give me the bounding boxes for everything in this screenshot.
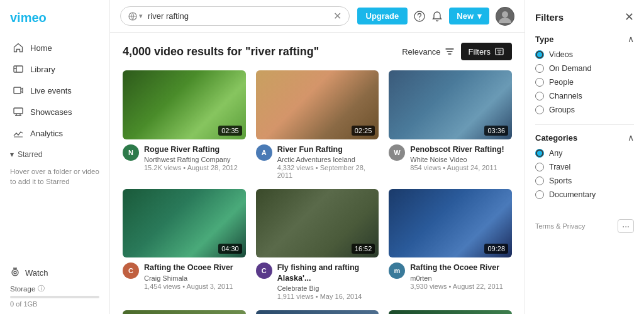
video-card[interactable]: 16:52 C Fly fishing and rafting Alaska'.… [256,189,379,300]
video-title: Rafting the Ocoee River [144,263,246,273]
filter-radio[interactable] [535,176,544,185]
more-options-button[interactable]: ··· [618,219,634,233]
filter-radio[interactable] [535,149,544,158]
sidebar-item-label: Analytics [30,129,63,138]
video-title: Rogue River Rafting [144,144,246,154]
sidebar: vimeo Home Library Live events [0,0,110,314]
filter-radio[interactable] [535,190,544,199]
video-thumbnail: 03:36 [389,70,512,139]
sidebar-bottom: Watch Storage ⓘ 0 of 1GB [0,256,109,314]
filter-category-documentary[interactable]: Documentary [535,190,634,199]
filter-label: People [549,78,574,87]
filter-type-on-demand[interactable]: On Demand [535,64,634,73]
filter-type-videos[interactable]: Videos [535,50,634,59]
video-title: Fly fishing and rafting Alaska'... [277,263,379,283]
video-info: N Rogue River Rafting Northwest Rafting … [123,144,246,171]
user-avatar[interactable] [496,7,514,26]
type-section-header: Type ∧ [535,34,634,44]
categories-section-header: Categories ∧ [535,133,634,143]
video-stats: 1,454 views • August 3, 2011 [144,283,246,290]
video-meta: Rafting the Ocoee River m0rten 3,930 vie… [410,263,512,290]
svg-point-5 [14,271,16,274]
terms-privacy-link[interactable]: Terms & Privacy [535,222,585,230]
sidebar-item-live-events[interactable]: Live events [3,80,107,101]
filter-radio[interactable] [535,64,544,73]
svg-text:vimeo: vimeo [10,11,47,24]
video-title: Rafting the Ocoee River [410,263,512,273]
starred-section[interactable]: ▾ Starred [0,144,109,163]
sidebar-item-home[interactable]: Home [3,37,107,58]
video-card[interactable]: 02:35 N Rogue River Rafting Northwest Ra… [123,70,246,179]
video-channel-avatar: W [389,144,405,161]
filters-title: Filters [535,12,564,23]
live-icon [13,85,24,96]
filter-radio[interactable] [535,163,544,171]
video-channel-avatar: m [389,263,405,279]
watch-item[interactable]: Watch [10,262,99,284]
svg-rect-3 [14,108,23,114]
topbar: ▾ ✕ Upgrade New ▾ [110,0,525,33]
filter-label: Any [549,149,563,158]
relevance-button[interactable]: Relevance [402,46,454,57]
help-button[interactable] [414,11,425,22]
chevron-down-icon: ▾ [10,150,14,159]
storage-section: Storage ⓘ 0 of 1GB [10,284,99,308]
video-thumbnail: 16:52 [256,189,379,258]
search-input[interactable] [148,11,328,21]
search-clear-button[interactable]: ✕ [333,10,341,22]
filter-label: Travel [549,163,570,171]
filter-radio[interactable] [535,106,544,114]
storage-label: Storage [10,285,35,293]
video-card[interactable]: 04:30 C Rafting the Ocoee River Craig Sh… [123,189,246,300]
storage-bar [10,296,99,298]
filters-button[interactable]: Filters [461,43,512,60]
video-duration: 04:30 [218,244,242,254]
filter-radio[interactable] [535,50,544,59]
filter-label: Groups [549,106,575,114]
video-card[interactable] [389,310,512,314]
filter-label: Sports [549,176,572,185]
video-card[interactable]: 02:25 A River Fun Rafting Arctic Adventu… [256,70,379,179]
sidebar-item-showcases[interactable]: Showcases [3,101,107,122]
upgrade-button[interactable]: Upgrade [357,8,408,24]
video-stats: 854 views • August 24, 2011 [410,164,512,171]
categories-filter-section: Categories ∧ Any Travel Sports Documenta… [535,133,634,199]
notifications-button[interactable] [431,11,443,22]
sidebar-item-analytics[interactable]: Analytics [3,122,107,144]
filter-type-groups[interactable]: Groups [535,106,634,114]
results-title: 4,000 video results for "river rafting" [123,45,319,58]
video-thumbnail [123,310,246,314]
video-card[interactable] [123,310,246,314]
video-card[interactable]: 03:36 W Penobscot River Rafting! White N… [389,70,512,179]
new-button[interactable]: New ▾ [449,8,489,24]
storage-used: 0 of 1GB [10,300,99,308]
filter-type-people[interactable]: People [535,78,634,87]
sidebar-item-library[interactable]: Library [3,58,107,80]
filter-radio[interactable] [535,92,544,100]
video-card[interactable]: 09:28 m Rafting the Ocoee River m0rten 3… [389,189,512,300]
filters-close-button[interactable]: ✕ [625,10,634,24]
video-grid: 02:35 N Rogue River Rafting Northwest Ra… [123,70,512,314]
video-channel-avatar: C [123,263,139,279]
filter-category-sports[interactable]: Sports [535,176,634,185]
logo[interactable]: vimeo [0,5,109,37]
topbar-right: Upgrade New ▾ [357,7,514,26]
video-channel: Celebrate Big [277,284,379,292]
video-channel-avatar: C [256,263,272,279]
filter-category-any[interactable]: Any [535,149,634,158]
video-stats: 4,332 views • September 28, 2011 [277,164,379,179]
watch-icon [10,267,20,279]
video-meta: Penobscot River Rafting! White Noise Vid… [410,144,512,171]
filter-category-travel[interactable]: Travel [535,163,634,171]
sidebar-item-label: Library [30,65,55,74]
video-info: m Rafting the Ocoee River m0rten 3,930 v… [389,263,512,290]
filter-radio[interactable] [535,78,544,87]
results-controls: Relevance Filters [402,43,512,60]
video-info: A River Fun Rafting Arctic Adventures Ic… [256,144,379,179]
filter-type-channels[interactable]: Channels [535,92,634,100]
globe-dropdown[interactable]: ▾ [128,12,143,21]
video-card[interactable]: PACHARE [256,310,379,314]
svg-rect-1 [14,66,23,72]
starred-label: Starred [18,150,42,159]
video-channel: m0rten [410,274,512,282]
